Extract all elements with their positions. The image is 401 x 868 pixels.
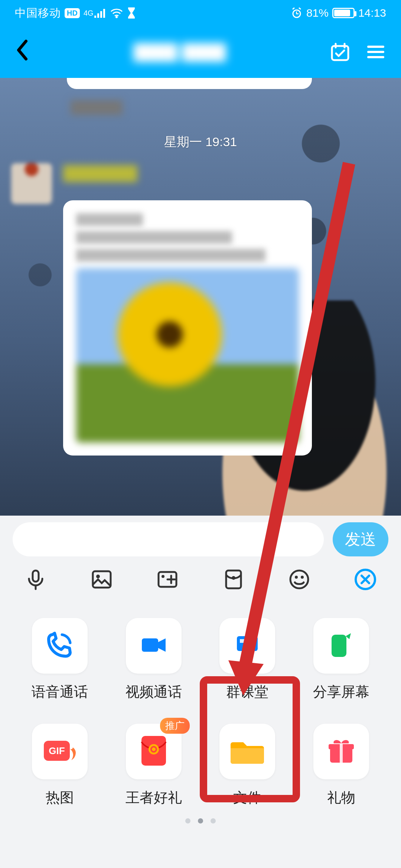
svg-rect-4 — [93, 571, 111, 588]
input-toolbar — [13, 556, 388, 606]
status-bar: 中国移动 HD 4G 81% 14:13 — [0, 0, 401, 26]
tile-label: 视频通话 — [125, 683, 182, 701]
input-zone: 发送 — [0, 516, 401, 606]
menu-icon[interactable] — [365, 42, 386, 62]
tile-label: 热图 — [46, 788, 74, 807]
gif-icon: GIF — [43, 738, 76, 765]
dot-3[interactable] — [211, 818, 216, 823]
hourglass-icon — [127, 7, 136, 19]
send-button[interactable]: 发送 — [333, 522, 388, 556]
message-timestamp: 星期一 19:31 — [0, 134, 401, 151]
svg-point-7 — [162, 575, 164, 578]
signal-4g-icon: 4G — [84, 8, 106, 18]
tile-label: 王者好礼 — [125, 788, 182, 807]
svg-point-9 — [232, 576, 235, 580]
page-dots[interactable] — [22, 807, 379, 846]
message-image[interactable] — [76, 268, 299, 443]
message-card[interactable] — [63, 200, 312, 456]
battery-icon — [332, 8, 355, 18]
alarm-icon — [291, 7, 303, 19]
tile-voice-call[interactable]: 语音通话 — [22, 618, 98, 701]
red-envelope-icon — [140, 734, 167, 769]
tile-label: 语音通话 — [32, 683, 88, 701]
svg-rect-16 — [240, 639, 255, 643]
tile-king-gift[interactable]: 推广 王者好礼 — [116, 724, 192, 807]
svg-rect-2 — [332, 46, 348, 60]
tile-video-call[interactable]: 视频通话 — [116, 618, 192, 701]
svg-rect-3 — [33, 571, 39, 582]
video-camera-icon — [138, 629, 169, 662]
share-screen-icon — [326, 629, 357, 662]
svg-text:GIF: GIF — [49, 745, 65, 756]
tile-label: 礼物 — [327, 788, 355, 807]
gift-icon — [326, 735, 357, 768]
message-row — [11, 163, 356, 204]
svg-point-5 — [96, 575, 100, 578]
more-actions-panel: 语音通话 视频通话 群课堂 分享屏幕 GIF 热图 — [0, 606, 401, 861]
close-panel-icon[interactable] — [353, 568, 377, 591]
image-icon[interactable] — [90, 568, 114, 591]
avatar[interactable] — [11, 163, 52, 204]
wifi-icon — [110, 8, 123, 18]
dot-1[interactable] — [185, 818, 190, 823]
red-packet-icon[interactable] — [222, 568, 245, 591]
folder-icon — [231, 737, 264, 766]
tile-label: 文件 — [233, 788, 261, 807]
chat-title: ████ ████ — [30, 43, 330, 61]
svg-point-12 — [301, 576, 304, 579]
tile-label: 分享屏幕 — [313, 683, 369, 701]
tile-classroom[interactable]: 群课堂 — [210, 618, 285, 701]
svg-point-11 — [295, 576, 298, 579]
tile-gift[interactable]: 礼物 — [304, 724, 379, 807]
voice-icon[interactable] — [24, 568, 48, 591]
svg-rect-25 — [340, 744, 343, 763]
chat-area: 星期一 19:31 — [0, 78, 401, 516]
svg-rect-14 — [142, 638, 158, 652]
svg-point-21 — [149, 744, 159, 754]
sender-name — [63, 165, 137, 182]
tile-label: 群课堂 — [226, 683, 268, 701]
battery-percent: 81% — [306, 7, 329, 19]
tile-file[interactable]: 文件 — [210, 724, 285, 807]
svg-rect-17 — [332, 635, 346, 657]
message-input[interactable] — [13, 522, 324, 556]
emoji-icon[interactable] — [287, 568, 311, 591]
classroom-icon — [232, 629, 263, 662]
back-button[interactable] — [15, 39, 30, 65]
promo-badge: 推广 — [160, 718, 190, 734]
svg-rect-15 — [237, 636, 258, 651]
carrier-label: 中国移动 — [15, 6, 61, 21]
camera-flash-icon[interactable] — [156, 568, 179, 591]
nav-bar: ████ ████ — [0, 26, 401, 78]
svg-point-0 — [115, 16, 118, 18]
dot-2[interactable] — [198, 818, 203, 823]
previous-message-bubble[interactable] — [67, 78, 312, 89]
calendar-check-icon[interactable] — [330, 42, 351, 62]
hd-badge: HD — [65, 8, 80, 18]
phone-icon — [44, 629, 75, 662]
tile-share-screen[interactable]: 分享屏幕 — [304, 618, 379, 701]
tile-hot-gif[interactable]: GIF 热图 — [22, 724, 98, 807]
clock-time: 14:13 — [358, 7, 386, 19]
svg-point-10 — [290, 571, 308, 588]
